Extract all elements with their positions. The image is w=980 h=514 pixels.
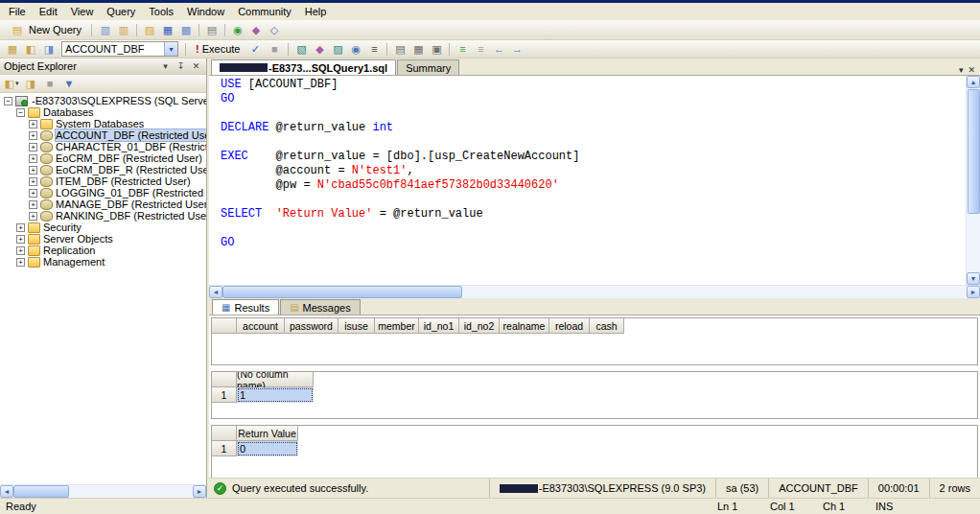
auto-hide-pin-icon[interactable]: ↧: [175, 60, 187, 73]
expand-icon[interactable]: +: [29, 154, 37, 163]
expand-icon[interactable]: +: [16, 246, 25, 255]
uncomment-lines-icon[interactable]: ≡: [472, 41, 489, 57]
include-client-statistics-icon[interactable]: ◉: [347, 41, 364, 57]
expand-icon[interactable]: +: [29, 143, 37, 152]
row-header[interactable]: 1: [212, 387, 237, 403]
new-query-button[interactable]: ▤ New Query: [4, 21, 86, 38]
column-header[interactable]: (No column name): [237, 372, 314, 387]
editor-horizontal-scrollbar[interactable]: ◄ ►: [209, 285, 980, 298]
disconnect-icon[interactable]: ◨: [22, 76, 39, 91]
menu-help[interactable]: Help: [298, 4, 334, 19]
window-position-icon[interactable]: ▾: [159, 60, 172, 73]
tab-messages[interactable]: ▤ Messages: [280, 299, 361, 315]
scroll-down-icon[interactable]: ▼: [967, 272, 980, 285]
display-estimated-plan-icon[interactable]: ▧: [292, 41, 310, 57]
stop-icon[interactable]: ■: [41, 76, 58, 91]
expand-icon[interactable]: +: [29, 200, 37, 209]
combo-dropdown-icon[interactable]: ▾: [164, 42, 177, 56]
include-actual-plan-icon[interactable]: ▨: [329, 41, 346, 57]
tab-summary[interactable]: Summary: [397, 59, 459, 75]
column-header[interactable]: realname: [500, 318, 549, 334]
active-files-dropdown-icon[interactable]: ▾: [959, 65, 964, 75]
code-area[interactable]: USE [ACCOUNT_DBF]GO DECLARE @return_valu…: [209, 76, 966, 285]
scroll-thumb[interactable]: [968, 89, 980, 214]
results-to-grid-icon[interactable]: ▦: [409, 41, 427, 57]
cancel-query-button[interactable]: ■: [266, 42, 283, 56]
scroll-thumb[interactable]: [222, 286, 462, 298]
analysis-services-query-icon[interactable]: ▥: [115, 22, 132, 37]
sqlcmd-mode-icon[interactable]: ≡: [365, 41, 383, 57]
scroll-up-icon[interactable]: ▲: [967, 76, 980, 88]
print-icon[interactable]: ▤: [203, 22, 221, 37]
scroll-left-icon[interactable]: ◄: [209, 286, 222, 298]
tree-node-replication[interactable]: +Replication: [2, 245, 206, 256]
analyze-in-dta-icon[interactable]: ◆: [311, 41, 328, 57]
tree-node-item_dbf[interactable]: +ITEM_DBF (Restricted User): [2, 175, 206, 187]
increase-indent-icon[interactable]: →: [508, 41, 525, 57]
sql-editor[interactable]: USE [ACCOUNT_DBF]GO DECLARE @return_valu…: [209, 75, 980, 285]
expand-icon[interactable]: +: [16, 223, 25, 232]
column-header[interactable]: Return Value: [237, 426, 298, 441]
tree-node-ranking_dbf[interactable]: +RANKING_DBF (Restricted User): [2, 210, 206, 222]
object-explorer-hscrollbar[interactable]: ◄ ►: [0, 484, 206, 498]
comment-lines-icon[interactable]: ≡: [454, 41, 471, 57]
collapse-icon[interactable]: −: [16, 108, 25, 117]
scroll-track[interactable]: [222, 286, 967, 298]
menu-view[interactable]: View: [64, 4, 101, 19]
change-connection-icon[interactable]: ◨: [40, 41, 58, 57]
column-header[interactable]: password: [285, 318, 338, 334]
available-databases-combo[interactable]: ACCOUNT_DBF ▾: [61, 41, 178, 57]
object-explorer-tree[interactable]: −-E837303\SQLEXPRESS (SQL Server 9.0−Dat…: [0, 93, 206, 484]
column-header[interactable]: account: [237, 318, 285, 334]
results-to-file-icon[interactable]: ▣: [428, 41, 445, 57]
collapse-icon[interactable]: −: [4, 97, 12, 105]
save-icon[interactable]: ▦: [159, 22, 176, 37]
close-panel-icon[interactable]: ✕: [190, 60, 202, 73]
expand-icon[interactable]: +: [29, 212, 37, 221]
connect-button[interactable]: ◧▾: [3, 76, 20, 91]
menu-edit[interactable]: Edit: [33, 4, 64, 19]
expand-icon[interactable]: +: [29, 177, 37, 186]
scroll-right-icon[interactable]: ►: [967, 286, 980, 298]
tree-node-security[interactable]: +Security: [2, 222, 206, 233]
database-engine-query-icon[interactable]: ▥: [97, 22, 114, 37]
tree-node-eocrm_dbf[interactable]: +EoCRM_DBF (Restricted User): [2, 152, 206, 164]
expand-icon[interactable]: +: [29, 189, 37, 198]
scroll-left-icon[interactable]: ◄: [0, 485, 13, 498]
tree-node-character_01_dbf[interactable]: +CHARACTER_01_DBF (Restricted User): [2, 141, 206, 152]
tree-node-server[interactable]: +Server Objects: [2, 233, 206, 245]
close-tab-icon[interactable]: ✕: [968, 65, 975, 75]
tree-node-eocrm_dbf_r[interactable]: +EoCRM_DBF_R (Restricted User): [2, 164, 206, 175]
column-header[interactable]: isuse: [338, 318, 375, 334]
tree-node-system[interactable]: +System Databases: [2, 118, 206, 129]
scroll-track[interactable]: [13, 485, 193, 498]
tree-node-e837303sqlexpress[interactable]: −-E837303\SQLEXPRESS (SQL Server 9.0: [2, 95, 206, 106]
grid-cell[interactable]: 0: [237, 441, 298, 456]
column-header[interactable]: reload: [549, 318, 590, 334]
connect-icon[interactable]: ◧: [22, 41, 39, 57]
grid-cell[interactable]: 1: [237, 387, 314, 403]
execute-button[interactable]: ! Execute: [191, 42, 245, 56]
expand-icon[interactable]: +: [29, 120, 37, 128]
tree-node-databases[interactable]: −Databases: [2, 106, 206, 118]
menu-window[interactable]: Window: [180, 4, 231, 19]
tree-node-logging_01_dbf[interactable]: +LOGGING_01_DBF (Restricted User): [2, 187, 206, 199]
column-header[interactable]: id_no1: [419, 318, 459, 334]
tab-sqlquery1[interactable]: -E8373...SQLQuery1.sql: [211, 59, 396, 75]
parse-button[interactable]: ✓: [246, 42, 264, 57]
expand-icon[interactable]: +: [16, 235, 25, 244]
tree-node-manage_dbf[interactable]: +MANAGE_DBF (Restricted User): [2, 199, 206, 210]
available-databases-icon[interactable]: ▦: [4, 41, 21, 57]
tuning-advisor-icon[interactable]: ◇: [266, 22, 283, 37]
column-header[interactable]: cash: [590, 318, 624, 334]
expand-icon[interactable]: +: [16, 258, 25, 267]
row-header-corner[interactable]: [212, 426, 237, 441]
open-file-icon[interactable]: ▨: [141, 22, 158, 37]
results-to-text-icon[interactable]: ▤: [391, 41, 408, 57]
activity-monitor-icon[interactable]: ◉: [229, 22, 246, 37]
row-header-corner[interactable]: [212, 318, 237, 334]
decrease-indent-icon[interactable]: ←: [490, 41, 507, 57]
menu-file[interactable]: File: [2, 4, 33, 19]
expand-icon[interactable]: +: [29, 166, 37, 175]
save-all-icon[interactable]: ▩: [177, 22, 195, 37]
